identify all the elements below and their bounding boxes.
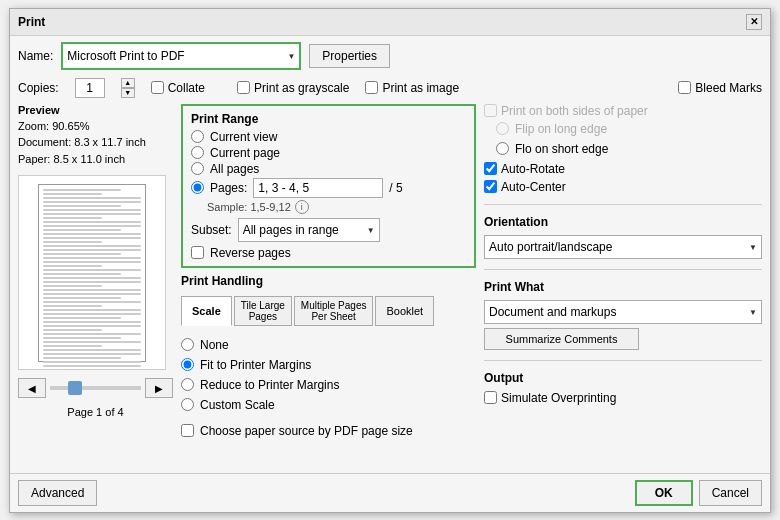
reverse-pages-label: Reverse pages — [210, 246, 291, 260]
print-handling-title: Print Handling — [181, 274, 476, 288]
choose-paper-checkbox[interactable] — [181, 424, 194, 437]
prev-page-button[interactable]: ◀ — [18, 378, 46, 398]
print-image-checkbox[interactable] — [365, 81, 378, 94]
current-page-label: Current page — [210, 146, 280, 160]
tab-tile-large-pages[interactable]: Tile LargePages — [234, 296, 292, 326]
doc-line — [43, 365, 141, 367]
separator-1 — [484, 204, 762, 205]
printer-name-dropdown[interactable]: Microsoft Print to PDF — [61, 42, 301, 70]
collate-checkbox-label[interactable]: Collate — [151, 81, 205, 95]
none-radio[interactable] — [181, 338, 194, 351]
properties-button[interactable]: Properties — [309, 44, 390, 68]
preview-title: Preview — [18, 104, 173, 116]
copies-down-button[interactable]: ▼ — [121, 88, 135, 98]
print-grayscale-checkbox[interactable] — [237, 81, 250, 94]
tab-booklet[interactable]: Booklet — [375, 296, 434, 326]
reverse-pages-checkbox[interactable] — [191, 246, 204, 259]
orientation-select[interactable]: Auto portrait/landscape — [485, 236, 640, 258]
pages-input[interactable] — [253, 178, 383, 198]
page-slider[interactable] — [50, 386, 141, 390]
copies-input[interactable] — [75, 78, 105, 98]
tab-multiple-pages[interactable]: Multiple PagesPer Sheet — [294, 296, 374, 326]
print-both-sides-checkbox[interactable] — [484, 104, 497, 117]
left-panel: Preview Zoom: 90.65% Document: 8.3 x 11.… — [18, 104, 173, 467]
paper-label: Paper: — [18, 153, 50, 165]
all-pages-radio[interactable] — [191, 162, 204, 175]
fit-printer-radio[interactable] — [181, 358, 194, 371]
sample-row: Sample: 1,5-9,12 i — [207, 200, 466, 214]
print-image-label[interactable]: Print as image — [365, 81, 459, 95]
output-title: Output — [484, 371, 762, 385]
print-both-sides-label[interactable]: Print on both sides of paper — [484, 104, 762, 118]
doc-line — [43, 193, 102, 195]
copies-up-button[interactable]: ▲ — [121, 78, 135, 88]
simulate-overprint-label[interactable]: Simulate Overprinting — [484, 391, 762, 405]
choose-paper-row: Choose paper source by PDF page size — [181, 424, 476, 438]
reduce-printer-radio[interactable] — [181, 378, 194, 391]
auto-center-checkbox[interactable] — [484, 180, 497, 193]
print-handling-section: Print Handling Scale Tile LargePages Mul… — [181, 274, 476, 438]
next-page-button[interactable]: ▶ — [145, 378, 173, 398]
doc-line — [43, 197, 141, 199]
flip-short-label[interactable]: Flo on short edge — [496, 142, 762, 156]
auto-center-label[interactable]: Auto-Center — [484, 180, 762, 194]
cancel-button[interactable]: Cancel — [699, 480, 762, 506]
print-range-title: Print Range — [191, 112, 466, 126]
bleed-marks-label[interactable]: Bleed Marks — [678, 81, 762, 95]
orientation-dropdown[interactable]: Auto portrait/landscape — [484, 235, 762, 259]
print-what-select[interactable]: Document and markups — [485, 301, 640, 323]
print-both-sides-text: Print on both sides of paper — [501, 104, 648, 118]
advanced-button[interactable]: Advanced — [18, 480, 97, 506]
print-what-section: Print What Document and markups Summariz… — [484, 280, 762, 350]
doc-line — [43, 341, 141, 343]
print-what-dropdown[interactable]: Document and markups — [484, 300, 762, 324]
pages-total: / 5 — [389, 181, 402, 195]
zoom-label: Zoom: — [18, 120, 49, 132]
bleed-marks-checkbox[interactable] — [678, 81, 691, 94]
doc-line — [43, 281, 141, 283]
bottom-bar: Advanced OK Cancel — [10, 473, 770, 512]
flip-long-label[interactable]: Flip on long edge — [496, 122, 762, 136]
current-page-radio[interactable] — [191, 146, 204, 159]
tab-scale[interactable]: Scale — [181, 296, 232, 326]
tab-multiple-label: Multiple PagesPer Sheet — [301, 300, 367, 322]
middle-panel: Print Range Current view Current page Al… — [181, 104, 476, 467]
page-slider-thumb — [68, 381, 82, 395]
auto-rotate-label[interactable]: Auto-Rotate — [484, 162, 762, 176]
auto-rotate-checkbox[interactable] — [484, 162, 497, 175]
paper-row: Paper: 8.5 x 11.0 inch — [18, 151, 173, 168]
collate-checkbox[interactable] — [151, 81, 164, 94]
print-grayscale-label[interactable]: Print as grayscale — [237, 81, 349, 95]
all-pages-label: All pages — [210, 162, 259, 176]
none-radio-label[interactable]: None — [181, 338, 476, 352]
flip-long-text: Flip on long edge — [515, 122, 607, 136]
orientation-section: Orientation Auto portrait/landscape — [484, 215, 762, 259]
subset-row: Subset: All pages in range — [191, 218, 466, 242]
current-view-radio[interactable] — [191, 130, 204, 143]
custom-scale-radio-label[interactable]: Custom Scale — [181, 398, 476, 412]
pages-radio[interactable] — [191, 181, 204, 194]
simulate-overprint-checkbox[interactable] — [484, 391, 497, 404]
doc-line — [43, 285, 102, 287]
subset-dropdown[interactable]: All pages in range — [238, 218, 380, 242]
doc-line — [43, 301, 141, 303]
close-button[interactable]: ✕ — [746, 14, 762, 30]
doc-line — [43, 249, 141, 251]
subset-select[interactable]: All pages in range — [239, 219, 379, 241]
scale-options: None Fit to Printer Margins Reduce to Pr… — [181, 334, 476, 418]
document-value: 8.3 x 11.7 inch — [74, 136, 146, 148]
fit-printer-label: Fit to Printer Margins — [200, 358, 311, 372]
print-image-text: Print as image — [382, 81, 459, 95]
summarize-button[interactable]: Summarize Comments — [484, 328, 639, 350]
ok-button[interactable]: OK — [635, 480, 693, 506]
bleed-marks-text: Bleed Marks — [695, 81, 762, 95]
reduce-printer-radio-label[interactable]: Reduce to Printer Margins — [181, 378, 476, 392]
doc-line — [43, 345, 102, 347]
fit-printer-radio-label[interactable]: Fit to Printer Margins — [181, 358, 476, 372]
sample-text: Sample: 1,5-9,12 — [207, 201, 291, 213]
flip-short-radio[interactable] — [496, 142, 509, 155]
flip-long-radio[interactable] — [496, 122, 509, 135]
custom-scale-radio[interactable] — [181, 398, 194, 411]
sample-info-icon[interactable]: i — [295, 200, 309, 214]
printer-name-select[interactable]: Microsoft Print to PDF — [63, 44, 299, 68]
